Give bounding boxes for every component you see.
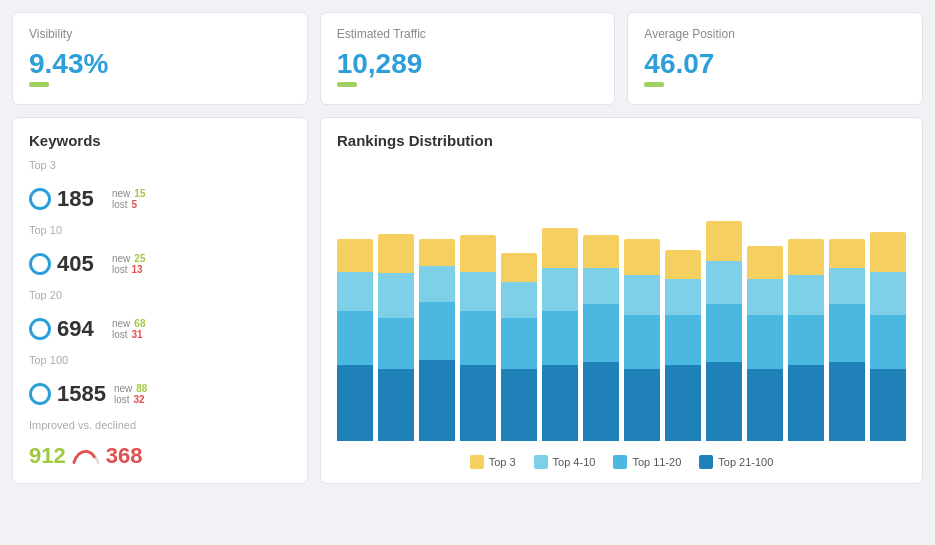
metric-value-row-position: 46.07 [644,45,906,90]
bar-group [378,221,414,441]
bar-segment [460,311,496,365]
bar-segment [542,311,578,365]
bar-group [829,221,865,441]
top-metrics-row: Visibility 9.43% Estimated Traffic 10,28… [12,12,923,105]
bar-segment [870,232,906,272]
bar-segment [624,239,660,275]
bar-group [583,221,619,441]
improved-val: 912 [29,443,66,469]
bar-group [624,221,660,441]
bar-segment [665,365,701,441]
bar-segment [378,318,414,369]
circle-icon-2 [29,318,51,340]
kw-sparkline-2 [191,311,291,346]
kw-sparkline-3 [191,376,291,411]
bar-segment [542,228,578,268]
legend-item-top21_100: Top 21-100 [699,455,773,469]
bar-segment [460,365,496,441]
bar-segment [501,253,537,282]
bar-segment [337,311,373,365]
metric-card-position: Average Position 46.07 [627,12,923,105]
metric-indicator-position [644,82,664,87]
keyword-section-label-2: Top 20 [29,289,291,301]
bar-segment [583,235,619,268]
bar-segment [747,279,783,315]
lost-val-3: 32 [134,394,145,405]
metric-value-row-visibility: 9.43% [29,45,291,90]
rankings-title: Rankings Distribution [337,132,906,149]
bar-segment [747,315,783,369]
metric-value-position: 46.07 [644,48,714,80]
lost-label-3: lost [114,394,130,405]
metric-label-position: Average Position [644,27,906,41]
bar-segment [788,315,824,366]
keyword-row-0: Top 3 185 new 15 lost 5 [29,159,291,224]
rankings-panel: Rankings Distribution Top 3 Top 4-10 Top… [320,117,923,484]
bar-segment [624,315,660,369]
bar-segment [419,302,455,360]
bar-segment [665,250,701,279]
bar-segment [870,272,906,315]
bar-group [870,221,906,441]
keyword-number-block-0: 185 [29,186,104,212]
lost-label-2: lost [112,329,128,340]
rankings-legend: Top 3 Top 4-10 Top 11-20 Top 21-100 [337,455,906,469]
new-label-1: new [112,253,130,264]
metric-indicator-traffic [337,82,357,87]
bar-group [665,221,701,441]
declined-val: 368 [106,443,143,469]
keyword-num-1: 405 [57,251,94,277]
keywords-title: Keywords [29,132,291,149]
bar-segment [870,369,906,441]
keyword-row-inner-0: 185 new 15 lost 5 [29,173,291,224]
new-val-1: 25 [134,253,145,264]
bar-segment [747,369,783,441]
legend-dot-top3 [470,455,484,469]
keyword-num-2: 694 [57,316,94,342]
bar-segment [788,275,824,315]
new-lost-block-1: new 25 lost 13 [112,253,148,275]
bar-segment [706,304,742,362]
keyword-row-1: Top 10 405 new 25 lost 13 [29,224,291,289]
bar-segment [747,246,783,279]
bottom-row: Keywords Top 3 185 new 15 lost 5 [12,117,923,484]
new-row-2: new 68 [112,318,148,329]
lost-val-1: 13 [132,264,143,275]
rankings-chart [337,159,906,449]
legend-dot-top21_100 [699,455,713,469]
lost-row-3: lost 32 [114,394,150,405]
lost-label-1: lost [112,264,128,275]
metric-value-traffic: 10,289 [337,48,423,80]
lost-row-1: lost 13 [112,264,148,275]
lost-row-2: lost 31 [112,329,148,340]
lost-val-2: 31 [132,329,143,340]
legend-label-top3: Top 3 [489,456,516,468]
metric-sparkline-visibility [131,45,291,90]
bar-segment [419,239,455,266]
bar-segment [378,273,414,318]
keyword-row-inner-3: 1585 new 88 lost 32 [29,368,291,419]
bar-segment [829,304,865,362]
keyword-section-label-0: Top 3 [29,159,291,171]
bar-segment [460,272,496,312]
keyword-section-label-3: Top 100 [29,354,291,366]
legend-label-top11_20: Top 11-20 [632,456,681,468]
lost-label-0: lost [112,199,128,210]
bar-segment [665,315,701,366]
bar-segment [706,261,742,304]
improved-row: 912 368 [29,435,291,469]
new-val-2: 68 [134,318,145,329]
bar-segment [583,304,619,362]
bar-segment [583,268,619,304]
lost-row-0: lost 5 [112,199,148,210]
keyword-number-block-2: 694 [29,316,104,342]
new-lost-block-0: new 15 lost 5 [112,188,148,210]
bar-segment [624,369,660,441]
bar-segment [665,279,701,315]
bar-segment [829,268,865,304]
bar-segment [337,365,373,441]
bar-segment [788,365,824,441]
metric-sparkline-traffic [438,45,598,90]
new-val-0: 15 [134,188,145,199]
bar-segment [378,234,414,274]
